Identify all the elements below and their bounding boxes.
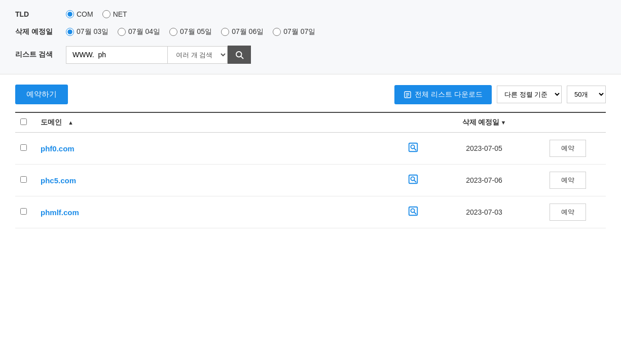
tld-net-option[interactable]: NET	[102, 10, 127, 18]
header-domain-col[interactable]: 도메인▲	[41, 118, 393, 127]
row1-checkbox[interactable]	[20, 144, 27, 151]
header-date-col[interactable]: 삭제 예정일▼	[433, 118, 535, 127]
table-row: phmlf.com 2023-07-03 예약	[15, 196, 606, 228]
row1-search-icon[interactable]	[408, 145, 419, 155]
date-options: 07월 03일 07월 04일 07월 05일 07월 06일 07월 07일	[66, 27, 315, 36]
search-input[interactable]	[66, 47, 167, 63]
toolbar-left: 예약하기	[15, 85, 68, 104]
tld-label: TLD	[15, 10, 66, 18]
row3-action: 예약	[535, 204, 601, 221]
row2-check	[20, 176, 41, 184]
reserve-button[interactable]: 예약하기	[15, 85, 68, 104]
search-type-dropdown[interactable]: 여러 개 검색	[167, 47, 227, 63]
row1-domain-cell: phf0.com	[41, 144, 393, 153]
tld-row: TLD COM NET	[15, 10, 606, 18]
date-label-0705: 07월 05일	[180, 27, 212, 36]
date-label-0704: 07월 04일	[128, 27, 160, 36]
search-controls: 여러 개 검색	[66, 46, 251, 64]
date-option-0703[interactable]: 07월 03일	[66, 27, 108, 36]
svg-line-1	[241, 56, 243, 58]
row3-search-icon[interactable]	[408, 209, 419, 219]
date-option-0707[interactable]: 07월 07일	[273, 27, 315, 36]
row2-icon-col	[393, 174, 433, 187]
tld-com-label: COM	[77, 10, 93, 18]
search-input-wrapper: 여러 개 검색	[66, 46, 228, 64]
tld-com-option[interactable]: COM	[66, 10, 93, 18]
tld-net-label: NET	[113, 10, 127, 18]
date-label-0707: 07월 07일	[283, 27, 315, 36]
tld-com-radio[interactable]	[66, 10, 74, 18]
row3-icon-col	[393, 206, 433, 219]
date-radio-0705[interactable]	[169, 28, 177, 36]
row2-reserve-button[interactable]: 예약	[550, 172, 586, 189]
row1-date: 2023-07-05	[433, 144, 535, 152]
date-radio-0704[interactable]	[118, 28, 126, 36]
row3-checkbox[interactable]	[20, 208, 27, 215]
row1-icon-col	[393, 142, 433, 155]
row2-date: 2023-07-06	[433, 176, 535, 184]
table-header: 도메인▲ 삭제 예정일▼	[15, 112, 606, 133]
row2-domain-name[interactable]: phc5.com	[41, 176, 76, 185]
search-row: 리스트 검색 여러 개 검색	[15, 46, 606, 64]
date-sort-arrow: ▼	[501, 119, 506, 126]
table-row: phf0.com 2023-07-05 예약	[15, 133, 606, 165]
svg-line-14	[414, 212, 416, 214]
date-label: 삭제 예정일	[15, 27, 66, 36]
domain-sort-arrow: ▲	[68, 119, 74, 126]
row2-checkbox[interactable]	[20, 176, 27, 183]
tld-options: COM NET	[66, 10, 127, 18]
date-label-0703: 07월 03일	[77, 27, 108, 36]
sort-dropdown[interactable]: 다른 정렬 기준	[497, 86, 562, 103]
main-section: 예약하기 전체 리스트 다운로드 다른 정렬 기준 50개 100개 200개	[0, 74, 621, 238]
filter-section: TLD COM NET 삭제 예정일 07월 03일 07월 04일	[0, 0, 621, 74]
date-label-0706: 07월 06일	[232, 27, 264, 36]
toolbar: 예약하기 전체 리스트 다운로드 다른 정렬 기준 50개 100개 200개	[15, 85, 606, 104]
date-radio-0703[interactable]	[66, 28, 74, 36]
header-check-col	[20, 118, 41, 127]
search-icon	[235, 50, 244, 59]
table-row: phc5.com 2023-07-06 예약	[15, 165, 606, 196]
row1-domain-name[interactable]: phf0.com	[41, 144, 75, 153]
date-option-0705[interactable]: 07월 05일	[169, 27, 212, 36]
row1-action: 예약	[535, 140, 601, 157]
count-dropdown[interactable]: 50개 100개 200개	[567, 86, 606, 103]
date-row: 삭제 예정일 07월 03일 07월 04일 07월 05일 07월 06일 0…	[15, 27, 606, 36]
row2-action: 예약	[535, 172, 601, 189]
row3-check	[20, 208, 41, 216]
date-radio-0707[interactable]	[273, 28, 281, 36]
row3-domain-cell: phmlf.com	[41, 208, 393, 217]
row3-reserve-button[interactable]: 예약	[550, 204, 586, 221]
date-option-0706[interactable]: 07월 06일	[221, 27, 264, 36]
row1-reserve-button[interactable]: 예약	[550, 140, 586, 157]
date-header-label: 삭제 예정일	[462, 118, 500, 126]
row3-domain-name[interactable]: phmlf.com	[41, 208, 79, 217]
search-label: 리스트 검색	[15, 50, 66, 59]
search-button[interactable]	[228, 46, 251, 64]
select-all-checkbox[interactable]	[20, 118, 27, 125]
tld-net-radio[interactable]	[102, 10, 111, 18]
svg-line-11	[414, 180, 416, 182]
date-radio-0706[interactable]	[221, 28, 229, 36]
domain-table-container: 도메인▲ 삭제 예정일▼ phf0.com	[15, 112, 606, 228]
row2-search-icon[interactable]	[408, 177, 419, 187]
download-icon	[404, 91, 412, 99]
domain-header-label: 도메인	[41, 118, 62, 127]
download-button-label: 전체 리스트 다운로드	[415, 90, 483, 99]
date-option-0704[interactable]: 07월 04일	[118, 27, 160, 36]
svg-line-8	[414, 148, 416, 150]
row3-date: 2023-07-03	[433, 208, 535, 216]
row2-domain-cell: phc5.com	[41, 176, 393, 185]
row1-check	[20, 144, 41, 152]
toolbar-right: 전체 리스트 다운로드 다른 정렬 기준 50개 100개 200개	[394, 85, 606, 104]
download-button[interactable]: 전체 리스트 다운로드	[394, 85, 492, 104]
